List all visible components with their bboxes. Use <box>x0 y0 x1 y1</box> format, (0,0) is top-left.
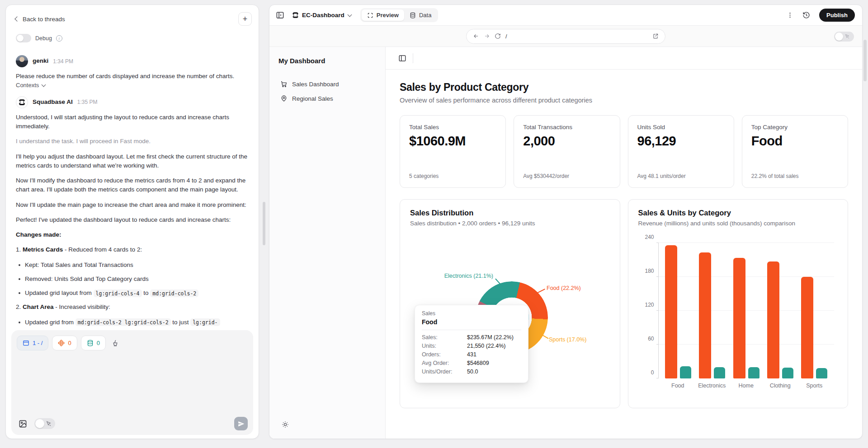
debug-toggle[interactable] <box>16 34 31 42</box>
metric-card: Units Sold96,129Avg 48.1 units/order <box>628 115 734 188</box>
bar-group[interactable] <box>665 245 691 378</box>
panel-left-icon <box>398 54 406 62</box>
toggle-page-sidebar-button[interactable] <box>398 54 406 62</box>
assistant-text: Kept: Total Sales and Total Transactions <box>19 261 248 270</box>
tooltip-item: Food <box>422 318 521 326</box>
theme-toggle-button[interactable] <box>278 418 292 431</box>
bar-sales[interactable] <box>733 258 745 378</box>
send-icon <box>238 420 245 427</box>
info-icon: i <box>56 35 62 42</box>
bar-sales[interactable] <box>801 277 813 378</box>
sales-distribution-card: Sales Distribution Sales distribution • … <box>400 199 620 408</box>
back-label: Back to threads <box>23 16 65 23</box>
bar-group[interactable] <box>801 277 827 378</box>
preview-browser-bar: / <box>269 26 862 47</box>
bar-units[interactable] <box>714 367 725 378</box>
assistant-text: Changes made: <box>16 230 248 239</box>
project-switcher[interactable]: EC-Dashboard <box>292 12 351 19</box>
tooltip-row: Avg Order:$546809 <box>422 360 521 366</box>
database-icon <box>410 12 416 19</box>
composer-toolbar <box>17 417 248 430</box>
chevron-left-icon <box>14 16 19 21</box>
chips-row: 1 - /00 <box>17 336 248 350</box>
tab-data[interactable]: Data <box>404 9 437 21</box>
components-chip[interactable]: 0 <box>52 336 77 350</box>
history-icon <box>802 11 810 19</box>
sidebar-item-regional-sales[interactable]: Regional Sales <box>278 92 376 105</box>
metric-value: 96,129 <box>637 134 725 149</box>
chat-scrollbar[interactable] <box>263 202 265 245</box>
chat-panel: Back to threads + Debug i genki 1:34 PM … <box>5 5 259 439</box>
broom-icon <box>111 339 119 347</box>
sales-units-card: Sales & Units by Category Revenue (milli… <box>628 199 849 408</box>
metric-value: Food <box>751 134 839 149</box>
bars-row <box>659 243 835 378</box>
bar-units[interactable] <box>748 367 760 378</box>
cursor-sparkle-icon <box>46 421 52 427</box>
sidebar-heading: My Dashboard <box>278 57 376 65</box>
collapse-sidebar-button[interactable] <box>276 11 284 19</box>
bar-group[interactable] <box>767 261 793 378</box>
metric-card: Top CategoryFood22.2% of total sales <box>742 115 848 188</box>
charts-row: Sales Distribution Sales distribution • … <box>400 199 848 408</box>
donut-chart[interactable]: $1060.9M Electronics (21.1%) Food (22.2%… <box>400 200 620 408</box>
attach-image-button[interactable] <box>17 418 29 430</box>
divider <box>413 53 413 63</box>
assistant-message-header: Squadbase AI 1:35 PM <box>16 96 248 108</box>
metric-cards-row: Total Sales$1060.9M5 categoriesTotal Tra… <box>400 115 848 188</box>
back-to-threads-link[interactable]: Back to threads <box>15 16 65 23</box>
sidebar-item-sales-dashboard[interactable]: Sales Dashboard <box>278 77 376 91</box>
message-composer[interactable]: 1 - /00 <box>11 330 253 435</box>
bar-chart[interactable]: 060120180240 FoodElectronicsHomeClothing… <box>639 243 837 389</box>
bar-group[interactable] <box>699 252 725 378</box>
url-bar[interactable]: / <box>466 29 665 44</box>
preview-agent-toggle[interactable] <box>834 32 854 42</box>
history-button[interactable] <box>802 11 810 19</box>
assistant-text: 1. Metrics Cards - Reduced from 4 cards … <box>16 245 248 254</box>
more-options-button[interactable] <box>787 12 793 19</box>
bar-plot: 060120180240 <box>658 243 835 378</box>
y-tick-label: 60 <box>640 336 654 342</box>
debug-label: Debug <box>35 35 52 42</box>
metric-card: Total Transactions2,000Avg $530442/order <box>514 115 620 188</box>
send-button[interactable] <box>234 417 248 430</box>
new-thread-button[interactable]: + <box>238 12 252 26</box>
clear-button[interactable] <box>109 337 121 349</box>
bar-units[interactable] <box>782 368 793 378</box>
refresh-icon <box>495 33 501 39</box>
map-pin-icon <box>280 95 288 102</box>
message-list: genki 1:34 PM Please reduce the number o… <box>6 44 259 327</box>
tooltip-row: Orders:431 <box>422 351 521 358</box>
x-axis-label: Food <box>661 383 695 389</box>
bar-sales[interactable] <box>665 245 677 378</box>
chart-subtitle: Revenue (millions) and units sold (thous… <box>638 220 838 227</box>
sun-icon <box>282 421 289 428</box>
bar-units[interactable] <box>680 366 691 378</box>
contexts-expander[interactable]: Contexts <box>16 81 248 90</box>
assistant-text: Removed: Units Sold and Top Category car… <box>19 275 248 284</box>
y-tick-label: 120 <box>640 302 654 308</box>
metric-label: Total Sales <box>409 124 496 131</box>
metric-card: Total Sales$1060.9M5 categories <box>400 115 506 188</box>
bar-sales[interactable] <box>699 252 711 378</box>
datasources-chip[interactable]: 0 <box>81 336 106 350</box>
bar-group[interactable] <box>733 258 760 378</box>
agent-mode-toggle[interactable] <box>34 418 55 429</box>
chat-header: Back to threads + <box>6 5 259 28</box>
pages-chip[interactable]: 1 - / <box>17 336 48 350</box>
bar-units[interactable] <box>816 368 827 378</box>
window-scrollbar[interactable] <box>863 40 867 81</box>
x-axis-label: Sports <box>797 383 832 389</box>
slice-label-sports: Sports (17.0%) <box>549 336 586 343</box>
divider <box>422 330 521 330</box>
panel-left-icon <box>276 11 284 19</box>
database-icon <box>87 340 94 346</box>
page-title: Sales by Product Category <box>400 81 848 93</box>
publish-button[interactable]: Publish <box>819 9 855 22</box>
tab-preview[interactable]: Preview <box>362 9 404 21</box>
cursor-sparkle-icon <box>844 34 850 39</box>
bar-sales[interactable] <box>767 261 779 378</box>
user-message-text: Please reduce the number of cards displa… <box>16 72 248 81</box>
assistant-text: 2. Chart Area - Increased visibility: <box>16 303 248 312</box>
debug-row: Debug i <box>6 28 259 44</box>
